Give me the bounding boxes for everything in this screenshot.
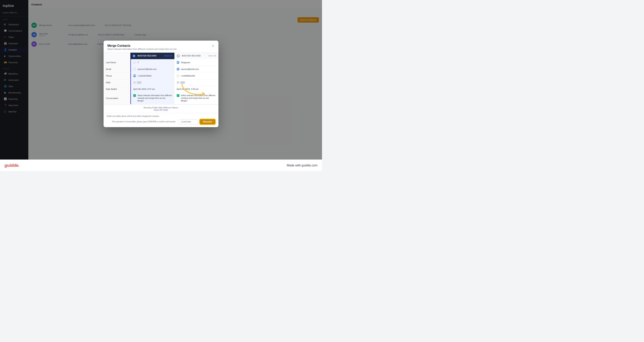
master-radio-left[interactable] xyxy=(133,54,135,57)
field-cell-right[interactable]: raynera@hotd.com xyxy=(174,66,218,72)
left-col-header: MASTER RECORD Select All xyxy=(130,52,174,59)
field-cell-left[interactable]: raynera7@hotd.com xyxy=(130,66,174,72)
warning-text: Fields not visible above will be lost wh… xyxy=(107,115,215,117)
dnd-toggle-left[interactable]: ✕ xyxy=(133,81,142,84)
merge-contacts-modal: Merge Contacts Select relevant informati… xyxy=(104,40,218,127)
right-col-header: MASTER RECORD Select All xyxy=(174,52,218,59)
radio-left[interactable] xyxy=(133,74,136,77)
modal-body: MASTER RECORD Select All MASTER RECORD S… xyxy=(104,52,218,113)
radio-right[interactable] xyxy=(177,68,180,70)
field-label: Phone xyxy=(104,72,130,79)
field-cell-left[interactable]: +13452678910 xyxy=(130,72,174,79)
field-label: DND xyxy=(104,79,130,86)
dnd-toggle-right[interactable]: ✕ xyxy=(177,81,185,84)
field-table: Last Name T Targaryen Email raynera7@hot… xyxy=(104,59,218,104)
field-label: Conversation xyxy=(104,92,130,104)
compare-footer: Showing Fields With Different Values. Sh… xyxy=(104,104,218,113)
checkbox-left[interactable]: ✓ xyxy=(133,94,136,97)
field-row-phone: Phone +13452678910 +13468902265 xyxy=(104,72,218,79)
x-icon: ✕ xyxy=(177,81,180,84)
guidde-footer: guidde. Made with guidde.com xyxy=(0,160,322,171)
field-cell-left[interactable]: ✓ Select relevant information from diffe… xyxy=(130,92,174,104)
field-cell-right[interactable]: April 3rd 2024, 1:00 pm xyxy=(174,86,218,92)
confirm-input[interactable] xyxy=(179,119,198,124)
field-row-conversation: Conversation ✓ Select relevant informati… xyxy=(104,92,218,104)
compare-header: MASTER RECORD Select All MASTER RECORD S… xyxy=(104,52,218,59)
modal-footer: Fields not visible above will be lost wh… xyxy=(104,113,218,127)
close-button[interactable]: × xyxy=(211,44,215,48)
guidde-tagline: Made with guidde.com xyxy=(287,164,318,167)
modal-title: Merge Contacts xyxy=(108,44,214,47)
toggle-track[interactable] xyxy=(180,81,185,84)
field-label: Email xyxy=(104,66,130,72)
field-cell-left[interactable]: ✕ xyxy=(130,79,174,86)
field-row-dnd: DND ✕ ✕ xyxy=(104,79,218,86)
field-cell-right[interactable]: ✕ xyxy=(174,79,218,86)
master-radio-right[interactable] xyxy=(177,54,180,57)
radio-left[interactable] xyxy=(133,61,136,64)
confirm-hint: This operation is irreversible, please t… xyxy=(112,121,176,123)
show-all-fields-link[interactable]: Show All Fields xyxy=(106,108,216,111)
radio-left[interactable] xyxy=(133,68,136,70)
toggle-track[interactable] xyxy=(137,81,142,84)
x-icon: ✕ xyxy=(133,81,136,84)
select-all-left[interactable]: Select All xyxy=(164,55,172,57)
guidde-logo: guidde. xyxy=(4,163,20,168)
field-label: Date Added xyxy=(104,86,130,92)
field-label: Last Name xyxy=(104,59,130,66)
field-row-date-added: Date Added April 4th 2024, 8:47 am April… xyxy=(104,86,218,92)
resolve-button[interactable]: Resolve xyxy=(200,119,215,124)
field-cell-right[interactable]: +13468902265 xyxy=(174,72,218,79)
radio-right[interactable] xyxy=(177,61,180,64)
action-row: This operation is irreversible, please t… xyxy=(107,119,215,124)
field-row-email: Email raynera7@hotd.com raynera@hotd.com xyxy=(104,66,218,72)
field-cell-left[interactable]: T xyxy=(130,59,174,66)
field-cell-right[interactable]: Targaryen xyxy=(174,59,218,66)
showing-label: Showing Fields With Different Values. xyxy=(106,106,216,108)
field-cell-right[interactable]: ✓ Select relevant information from diffe… xyxy=(174,92,218,104)
modal-header: Merge Contacts Select relevant informati… xyxy=(104,40,218,52)
modal-subtitle: Select relevant information from differe… xyxy=(108,48,214,50)
field-cell-left[interactable]: April 4th 2024, 8:47 am xyxy=(130,86,174,92)
select-all-right[interactable]: Select All xyxy=(208,55,216,57)
field-row-last-name: Last Name T Targaryen xyxy=(104,59,218,66)
radio-right[interactable] xyxy=(177,74,180,77)
checkbox-right[interactable]: ✓ xyxy=(177,94,180,97)
